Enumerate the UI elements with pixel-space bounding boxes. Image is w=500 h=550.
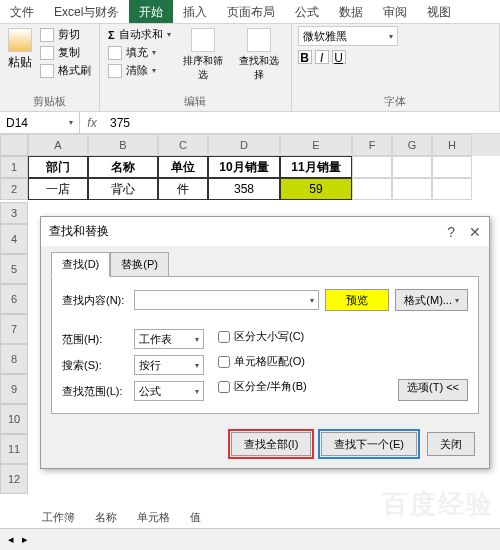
col-header[interactable]: G	[392, 134, 432, 156]
col-header[interactable]: H	[432, 134, 472, 156]
row-header[interactable]: 7	[0, 314, 28, 344]
cut-button[interactable]: 剪切	[38, 26, 93, 43]
cell[interactable]: 部门	[28, 156, 88, 178]
tab-data[interactable]: 数据	[329, 0, 373, 23]
tab-review[interactable]: 审阅	[373, 0, 417, 23]
underline-icon[interactable]: U	[332, 50, 346, 64]
tab-find[interactable]: 查找(D)	[51, 252, 110, 277]
clear-button[interactable]: 清除▾	[106, 62, 173, 79]
row-header[interactable]: 3	[0, 202, 28, 224]
cell[interactable]	[432, 178, 472, 200]
lookin-label: 查找范围(L):	[62, 384, 128, 399]
match-byte-checkbox[interactable]: 区分全/半角(B)	[218, 379, 307, 394]
find-select-button[interactable]: 查找和选择	[233, 26, 285, 84]
brush-icon	[40, 64, 54, 78]
font-family-select[interactable]: 微软雅黑▾	[298, 26, 398, 46]
col-header[interactable]: D	[208, 134, 280, 156]
col-header[interactable]: B	[88, 134, 158, 156]
tab-insert[interactable]: 插入	[173, 0, 217, 23]
group-clipboard: 粘贴 剪切 复制 格式刷 剪贴板	[0, 24, 100, 111]
cell[interactable]: 名称	[88, 156, 158, 178]
eraser-icon	[108, 64, 122, 78]
row-header[interactable]: 10	[0, 404, 28, 434]
cell[interactable]: 358	[208, 178, 280, 200]
sort-filter-button[interactable]: 排序和筛选	[177, 26, 229, 84]
search-direction-select[interactable]: 按行▾	[134, 355, 204, 375]
row-header[interactable]: 12	[0, 464, 28, 494]
cell[interactable]: 11月销量	[280, 156, 352, 178]
fill-icon	[108, 46, 122, 60]
tab-excel-finance[interactable]: Excel与财务	[44, 0, 129, 23]
fill-button[interactable]: 填充▾	[106, 44, 173, 61]
help-button[interactable]: ?	[447, 224, 455, 240]
scissors-icon	[40, 28, 54, 42]
cell[interactable]: 件	[158, 178, 208, 200]
fx-button[interactable]: fx	[80, 116, 104, 130]
preview-button[interactable]: 预览	[325, 289, 389, 311]
tab-formulas[interactable]: 公式	[285, 0, 329, 23]
paste-label: 粘贴	[8, 54, 32, 71]
cell[interactable]: 一店	[28, 178, 88, 200]
copy-button[interactable]: 复制	[38, 44, 93, 61]
scope-select[interactable]: 工作表▾	[134, 329, 204, 349]
search-label: 搜索(S):	[62, 358, 128, 373]
tab-replace[interactable]: 替换(P)	[110, 252, 169, 277]
sheet-tabs: ◂ ▸	[0, 528, 500, 550]
sort-icon	[191, 28, 215, 52]
paste-icon	[8, 28, 32, 52]
cell[interactable]	[432, 156, 472, 178]
formula-input[interactable]	[104, 114, 500, 132]
row-header[interactable]: 8	[0, 344, 28, 374]
dialog-titlebar[interactable]: 查找和替换 ? ✕	[41, 217, 489, 246]
copy-icon	[40, 46, 54, 60]
sheet-nav-next[interactable]: ▸	[22, 533, 28, 546]
format-painter-button[interactable]: 格式刷	[38, 62, 93, 79]
tab-home[interactable]: 开始	[129, 0, 173, 23]
cell[interactable]: 10月销量	[208, 156, 280, 178]
tab-page-layout[interactable]: 页面布局	[217, 0, 285, 23]
spreadsheet-grid: A B C D E F G H 1 部门 名称 单位 10月销量 11月销量 2…	[0, 134, 500, 200]
row-header[interactable]: 6	[0, 284, 28, 314]
paste-button[interactable]: 粘贴	[6, 26, 34, 73]
cell[interactable]: 单位	[158, 156, 208, 178]
lookin-select[interactable]: 公式▾	[134, 381, 204, 401]
col-header[interactable]: E	[280, 134, 352, 156]
find-next-button[interactable]: 查找下一个(E)	[321, 432, 417, 456]
autosum-button[interactable]: Σ自动求和▾	[106, 26, 173, 43]
name-box[interactable]: D14▾	[0, 112, 80, 133]
cell[interactable]	[352, 156, 392, 178]
col-header[interactable]: C	[158, 134, 208, 156]
format-button[interactable]: 格式(M)...▾	[395, 289, 468, 311]
row-header[interactable]: 11	[0, 434, 28, 464]
cell[interactable]	[392, 156, 432, 178]
tab-file[interactable]: 文件	[0, 0, 44, 23]
font-group-label: 字体	[298, 92, 493, 111]
cell[interactable]	[352, 178, 392, 200]
cell[interactable]: 背心	[88, 178, 158, 200]
row-header[interactable]: 4	[0, 224, 28, 254]
formula-bar: D14▾ fx	[0, 112, 500, 134]
scope-label: 范围(H):	[62, 332, 128, 347]
sheet-nav-prev[interactable]: ◂	[8, 533, 14, 546]
group-editing: Σ自动求和▾ 填充▾ 清除▾ 排序和筛选 查找和选择 编辑	[100, 24, 292, 111]
find-content-label: 查找内容(N):	[62, 293, 128, 308]
tab-view[interactable]: 视图	[417, 0, 461, 23]
match-entire-checkbox[interactable]: 单元格匹配(O)	[218, 354, 307, 369]
row-header[interactable]: 1	[0, 156, 28, 178]
cell[interactable]	[392, 178, 432, 200]
find-content-input[interactable]: ▾	[134, 290, 319, 310]
col-header[interactable]: F	[352, 134, 392, 156]
close-button[interactable]: ✕	[469, 224, 481, 240]
row-header[interactable]: 9	[0, 374, 28, 404]
close-dialog-button[interactable]: 关闭	[427, 432, 475, 456]
bold-icon[interactable]: B	[298, 50, 312, 64]
find-all-button[interactable]: 查找全部(I)	[231, 432, 311, 456]
select-all-corner[interactable]	[0, 134, 28, 156]
col-header[interactable]: A	[28, 134, 88, 156]
row-header[interactable]: 5	[0, 254, 28, 284]
cell-highlighted[interactable]: 59	[280, 178, 352, 200]
italic-icon[interactable]: I	[315, 50, 329, 64]
match-case-checkbox[interactable]: 区分大小写(C)	[218, 329, 307, 344]
row-header[interactable]: 2	[0, 178, 28, 200]
options-toggle-button[interactable]: 选项(T) <<	[398, 379, 468, 401]
